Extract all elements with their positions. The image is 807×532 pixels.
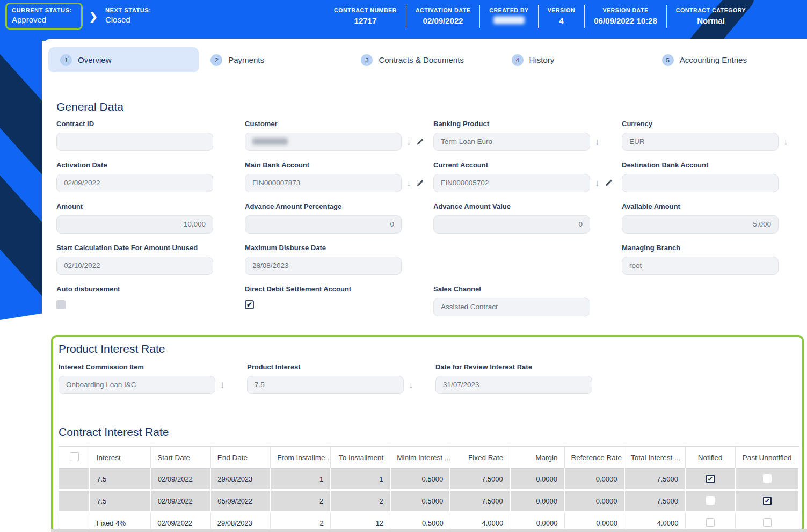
dropdown-arrow-icon[interactable]: ↓ [595, 137, 600, 147]
info-item-created-by: CREATED BY [479, 5, 537, 28]
contract-id-input[interactable] [56, 133, 213, 151]
dropdown-arrow-icon[interactable]: ↓ [406, 137, 411, 147]
past-unnotified-checkbox[interactable] [763, 518, 772, 527]
past-unnotified-checkbox[interactable] [763, 474, 772, 483]
auto-disbursement-checkbox[interactable] [56, 300, 66, 309]
tab-label: Overview [78, 55, 112, 64]
notified-checkbox[interactable] [706, 496, 715, 505]
amount-input[interactable]: 10,000 [56, 215, 213, 234]
tab-history[interactable]: 4History [500, 47, 650, 72]
cell-interest: 7.5 [90, 469, 151, 490]
edit-pencil-icon[interactable] [605, 179, 613, 187]
destination-bank-account-input[interactable] [622, 174, 779, 192]
tab-contracts-documents[interactable]: 3Contracts & Documents [349, 47, 499, 72]
interest-commission-item-label: Interest Commission Item [59, 363, 215, 371]
diagonal-stripe [0, 156, 42, 316]
activation-date-control: 02/09/2022 [56, 174, 213, 192]
advance-amount-percentage-input[interactable]: 0 [245, 215, 402, 234]
field-start-calculation-date-for-amount-unused: Start Calculation Date For Amount Unused… [56, 244, 213, 275]
field-sales-channel: Sales ChannelAssisted Contract [433, 285, 590, 317]
column-header-notified: Notified [685, 447, 735, 469]
currency-input[interactable]: EUR [622, 133, 779, 151]
tab-number-badge: 5 [662, 54, 674, 66]
field-current-account: Current AccountFIN000005702↓ [433, 161, 590, 193]
managing-branch-control: root [622, 257, 779, 275]
currency-control: EUR↓ [622, 133, 779, 151]
general-data-section: General Data Contract IDCustomer↓Banking… [56, 100, 807, 326]
dropdown-arrow-icon[interactable]: ↓ [595, 179, 600, 188]
table-row[interactable]: 7.502/09/202205/09/2022220.50007.50000.0… [59, 490, 799, 512]
tab-number-badge: 4 [512, 54, 524, 66]
cell-total-interest: 7.5000 [624, 469, 686, 490]
dropdown-arrow-icon[interactable]: ↓ [409, 381, 413, 390]
table-header-row: InterestStart DateEnd DateFrom Installme… [59, 447, 799, 469]
tab-label: Payments [228, 55, 264, 64]
cell-minim-interest: 0.5000 [390, 469, 450, 490]
direct-debit-settlement-account-checkbox[interactable]: ✔ [245, 300, 254, 309]
redacted-value [252, 138, 288, 145]
currency-label: Currency [622, 120, 779, 128]
dropdown-arrow-icon[interactable]: ↓ [783, 137, 788, 147]
contract-id-control [56, 133, 213, 151]
main-bank-account-input[interactable]: FIN000007873 [245, 174, 402, 192]
cell-interest: 7.5 [90, 490, 151, 512]
main-bank-account-label: Main Bank Account [245, 161, 402, 169]
column-header-minim-interest: Minim Interest ... [390, 447, 450, 469]
dropdown-arrow-icon[interactable]: ↓ [406, 179, 411, 188]
dropdown-arrow-icon[interactable]: ↓ [220, 381, 225, 390]
past-unnotified-checkbox[interactable]: ✔ [763, 497, 772, 505]
interest-commission-item-input[interactable]: Onboarding Loan I&C [59, 376, 215, 394]
left-decorative-strip [0, 41, 42, 320]
activation-date-input[interactable]: 02/09/2022 [56, 174, 213, 192]
edit-pencil-icon[interactable] [416, 138, 424, 146]
product-interest-input[interactable]: 7.5 [247, 376, 404, 394]
sales-channel-control: Assisted Contract [433, 298, 590, 316]
info-item-label: VERSION DATE [594, 7, 657, 13]
edit-pencil-icon[interactable] [416, 179, 424, 187]
highlighted-interest-section: Product Interest Rate Interest Commissio… [51, 335, 804, 532]
info-item-label: CONTRACT NUMBER [334, 7, 397, 13]
chevron-right-icon: ❯ [89, 10, 98, 23]
cell-reference-rate: 0.0000 [564, 490, 624, 512]
date-for-review-interest-rate-control: 31/07/2023 [435, 376, 592, 394]
amount-label: Amount [56, 202, 213, 210]
next-status-label: NEXT STATUS: [105, 7, 151, 13]
field-maximum-disburse-date: Maximum Disburse Date28/08/2023 [245, 244, 402, 275]
tab-overview[interactable]: 1Overview [48, 47, 199, 72]
info-item-value: 4 [548, 16, 575, 25]
column-header-to-installment: To Installment [330, 447, 390, 469]
sales-channel-input[interactable]: Assisted Contract [433, 298, 590, 316]
info-item-value: 02/09/2022 [416, 16, 470, 25]
start-calculation-date-for-amount-unused-label: Start Calculation Date For Amount Unused [56, 244, 213, 252]
tab-bar: 1Overview2Payments3Contracts & Documents… [48, 47, 801, 72]
tab-accounting-entries[interactable]: 5Accounting Entries [650, 47, 801, 72]
info-item-activation-date: ACTIVATION DATE02/09/2022 [406, 5, 479, 28]
notified-checkbox[interactable]: ✔ [706, 475, 715, 483]
customer-input[interactable] [245, 133, 402, 151]
current-account-control: FIN000005702↓ [433, 174, 590, 192]
info-item-label: CREATED BY [489, 7, 528, 13]
current-status-label: CURRENT STATUS: [12, 7, 75, 13]
table-row[interactable]: 7.502/09/202229/08/2023110.50007.50000.0… [59, 469, 799, 490]
select-all-checkbox[interactable] [70, 452, 79, 461]
banking-product-input[interactable]: Term Loan Euro [433, 133, 590, 151]
activation-date-label: Activation Date [56, 161, 213, 169]
field-interest-commission-item: Interest Commission ItemOnboarding Loan … [59, 363, 215, 395]
notified-checkbox[interactable] [706, 518, 715, 527]
tab-payments[interactable]: 2Payments [199, 47, 349, 72]
advance-amount-value-input[interactable]: 0 [433, 215, 590, 234]
cell-fixed-rate: 7.5000 [450, 490, 510, 512]
date-for-review-interest-rate-input[interactable]: 31/07/2023 [435, 376, 592, 394]
column-header-reference-rate: Reference Rate [564, 447, 624, 469]
column-header-start-date: Start Date [151, 447, 210, 469]
available-amount-control: 5,000 [622, 215, 779, 234]
managing-branch-input[interactable]: root [622, 257, 779, 275]
available-amount-input[interactable]: 5,000 [622, 215, 779, 234]
start-calculation-date-for-amount-unused-input[interactable]: 02/10/2022 [56, 257, 213, 275]
info-item-version-date: VERSION DATE06/09/2022 10:28 [584, 5, 666, 28]
cell-from-installme: 1 [271, 469, 330, 490]
cell-start-date: 02/09/2022 [151, 469, 210, 490]
current-account-input[interactable]: FIN000005702 [433, 174, 590, 192]
maximum-disburse-date-input[interactable]: 28/08/2023 [245, 257, 402, 275]
field-destination-bank-account: Destination Bank Account [622, 161, 779, 193]
